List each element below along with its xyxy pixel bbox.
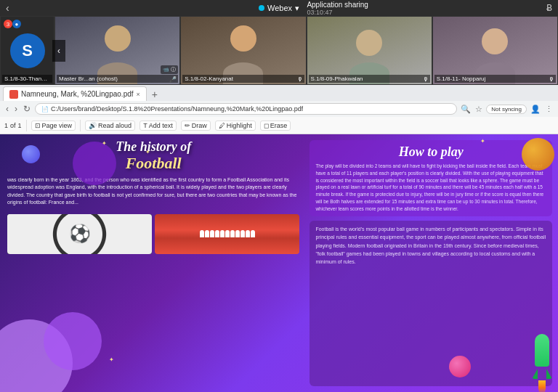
forward-nav-button[interactable]: › — [13, 104, 19, 114]
football-facts-box: Football is the world's most popular bal… — [310, 221, 552, 386]
player-11 — [251, 230, 255, 237]
participant-name-4: S.1/8-09-Phakwalan — [309, 75, 430, 83]
mic-icon-2: 🎤 — [169, 76, 177, 83]
pdf-content: The history of Football was clearly born… — [0, 134, 558, 392]
participant-thumb-2[interactable]: 📹 ⓘ Master Br...an (cohost) 🎤 — [54, 16, 180, 85]
player-6 — [225, 230, 230, 237]
face-head-4 — [356, 30, 382, 56]
player-9 — [240, 230, 245, 237]
webex-logo: Webex ▾ — [259, 4, 299, 13]
tab-label: Namneung, Mark, %20Lingpao.pdf — [21, 90, 134, 98]
top-bar: ‹ Webex ▾ Application sharing 03:10:47 Ƀ — [0, 0, 558, 16]
page-total: 1 — [18, 122, 22, 129]
participant-name-1: S.1/8-30-Thanapoom — [2, 75, 52, 83]
star-2: ✦ — [145, 149, 150, 155]
pdf-toolbar: 1 of 1 ⊡ Page view 🔊 Read aloud T Add te… — [0, 117, 558, 134]
timer-display: 03:10:47 — [307, 9, 332, 16]
draw-icon: ✏ — [185, 122, 190, 129]
participant-thumb-3[interactable]: S.1/8-02-Kanyanat 🎙 — [180, 16, 306, 85]
planet-decoration-1 — [522, 138, 554, 171]
lock-icon: 📄 — [41, 106, 49, 113]
not-syncing-button[interactable]: Not syncing — [486, 105, 527, 114]
scroll-left-button[interactable]: ‹ — [52, 40, 65, 62]
participant-thumb-1[interactable]: 3 ● S S.1/8-30-Thanapoom — [0, 16, 54, 85]
browser-tab-active[interactable]: Namneung, Mark, %20Lingpao.pdf × — [3, 86, 147, 101]
speaker-icon: 🔊 — [89, 122, 97, 129]
app-sharing-info: Application sharing 03:10:47 — [307, 1, 368, 16]
player-5 — [220, 230, 225, 237]
participant-name-2: Master Br...an (cohost) — [57, 75, 178, 83]
slide-right-column: How to play The play will be divided int… — [307, 134, 558, 392]
profile-icon[interactable]: 👤 — [530, 104, 541, 115]
fit-button[interactable]: ⊡ Page view — [31, 121, 76, 131]
how-to-play-box: How to play The play will be divided int… — [310, 140, 552, 216]
webex-dot — [259, 5, 264, 11]
player-1 — [200, 230, 204, 237]
text-icon: T — [143, 122, 147, 129]
page-current: 1 — [4, 122, 8, 129]
tab-bar: Namneung, Mark, %20Lingpao.pdf × + — [0, 85, 558, 101]
football-image: ⚽ — [7, 214, 152, 254]
notification-dot-blue: ● — [12, 20, 21, 28]
search-icon[interactable]: 🔍 — [460, 104, 472, 115]
back-nav-button[interactable]: ‹ — [4, 104, 10, 114]
highlight-label: Highlight — [227, 122, 252, 129]
slide-title-history: The history of Football — [7, 140, 299, 172]
rocket-decoration — [532, 334, 552, 385]
rocket-fin-right — [546, 369, 552, 379]
blob-2 — [44, 312, 102, 370]
player-7 — [230, 230, 235, 237]
add-text-label: Add text — [149, 122, 173, 129]
presentation-slide: The history of Football was clearly born… — [0, 134, 558, 392]
blob-3 — [73, 142, 116, 185]
planet-decoration-3 — [22, 145, 40, 163]
draw-label: Draw — [192, 122, 207, 129]
rocket-flame — [538, 380, 546, 392]
separator-2 — [80, 120, 81, 131]
pdf-page-info: 1 of 1 — [4, 122, 22, 129]
football-photo: ⚽ — [7, 214, 152, 254]
how-to-play-text: The play will be divided into 2 teams an… — [315, 163, 546, 212]
add-tab-button[interactable]: + — [148, 88, 161, 101]
star-icon[interactable]: ☆ — [474, 104, 483, 115]
face-head-3 — [230, 25, 256, 52]
separator-1 — [26, 120, 27, 131]
reload-button[interactable]: ↻ — [22, 104, 32, 114]
slide-title-line1: The history of — [7, 140, 299, 155]
page-view-label: Page view — [42, 122, 73, 129]
read-aloud-button[interactable]: 🔊 Read aloud — [85, 121, 135, 131]
how-to-play-title: How to play — [315, 144, 546, 160]
highlight-button[interactable]: 🖊 Highlight — [215, 121, 256, 131]
team-image — [155, 214, 299, 254]
draw-button[interactable]: ✏ Draw — [181, 121, 211, 131]
webex-dropdown-icon[interactable]: ▾ — [295, 4, 299, 13]
avatar-s: S — [10, 33, 45, 68]
star-1: ✦ — [102, 140, 107, 147]
fit-icon: ⊡ — [35, 122, 41, 129]
cohost-badge: 📹 ⓘ — [161, 65, 178, 74]
player-2 — [205, 230, 209, 237]
browser-actions: 🔍 ☆ Not syncing 👤 ⋮ — [460, 104, 554, 115]
add-text-button[interactable]: T Add text — [140, 121, 177, 131]
rocket-fin-left — [532, 369, 538, 379]
url-bar[interactable]: 📄 C:/Users/brand/Desktop/S.1.8%20Present… — [35, 103, 457, 115]
face-head-5 — [482, 28, 508, 54]
tab-close-button[interactable]: × — [137, 91, 140, 98]
participant-thumb-5[interactable]: S.1/8-11- Nopparuj 🎙 — [432, 16, 558, 85]
participant-name-3: S.1/8-02-Kanyanat — [182, 75, 304, 83]
read-aloud-label: Read aloud — [98, 122, 132, 129]
app-sharing-label: Application sharing — [307, 1, 368, 9]
player-8 — [235, 230, 240, 237]
slide-title-line2: Football — [7, 155, 299, 172]
erase-label: Erase — [270, 122, 288, 129]
back-button[interactable]: ‹ — [6, 2, 9, 14]
participant-thumb-4[interactable]: S.1/8-09-Phakwalan 🎙 — [307, 16, 432, 85]
star-4: ✦ — [480, 138, 485, 144]
erase-button[interactable]: ◻ Erase — [260, 121, 291, 131]
mic-icon-4: 🎙 — [423, 76, 429, 83]
address-bar: ‹ › ↻ 📄 C:/Users/brand/Desktop/S.1.8%20P… — [0, 101, 558, 117]
more-options-icon[interactable]: ⋮ — [544, 104, 554, 115]
webex-label: Webex — [267, 4, 292, 12]
team-photo — [155, 214, 299, 254]
participant-name-5: S.1/8-11- Nopparuj — [434, 75, 556, 83]
